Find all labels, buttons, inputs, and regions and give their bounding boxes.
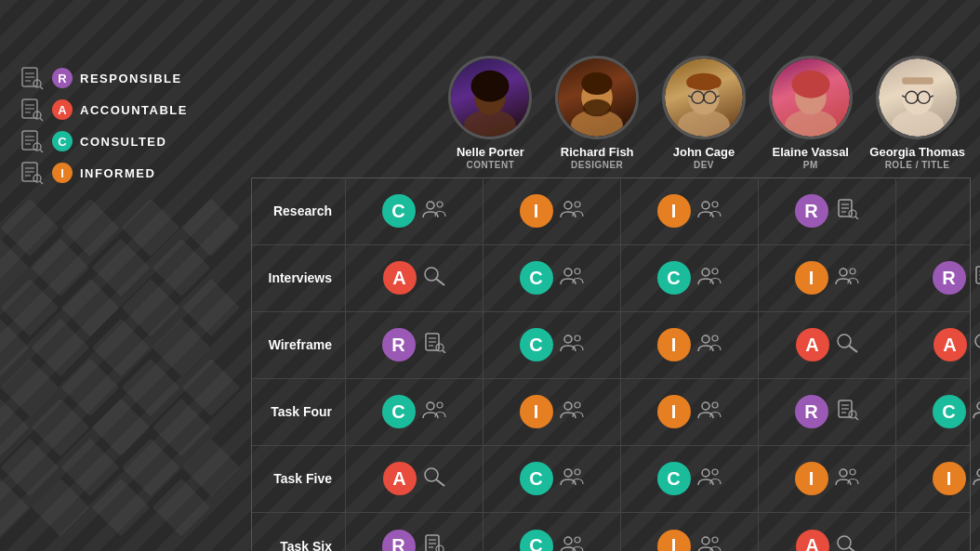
cell-2-3: A bbox=[758, 311, 895, 378]
cell-1-0: A bbox=[345, 244, 483, 311]
task-grid: ResearchC I I R InterviewsA C C I bbox=[251, 177, 971, 551]
cell-icon-5-2 bbox=[696, 534, 722, 551]
task-label-2: Wireframe bbox=[252, 337, 345, 352]
cell-0-2: I bbox=[620, 177, 758, 244]
cell-3-2: I bbox=[620, 378, 758, 445]
raci-circle-4-2: C bbox=[657, 462, 691, 495]
raci-circle-4-1: C bbox=[520, 462, 553, 495]
main-content: R RESPONSIBLE A ACCOUNTABLE C CONSULTED … bbox=[0, 0, 980, 551]
raci-circle-1-2: C bbox=[657, 261, 691, 295]
svg-point-99 bbox=[702, 269, 709, 276]
svg-point-128 bbox=[712, 402, 718, 408]
avatar-nelle bbox=[448, 56, 532, 139]
svg-point-100 bbox=[712, 269, 718, 274]
cell-icon-3-3 bbox=[834, 400, 860, 424]
legend-circle-consulted: C bbox=[52, 131, 73, 151]
cell-icon-1-0 bbox=[422, 266, 446, 290]
avatar-elaine bbox=[769, 56, 853, 139]
svg-point-62 bbox=[583, 99, 611, 117]
person-col-richard: Richard Fish DESIGNER bbox=[544, 56, 651, 177]
task-row-1: InterviewsA C C I R bbox=[252, 245, 970, 312]
raci-circle-5-2: I bbox=[657, 530, 691, 551]
svg-line-43 bbox=[40, 118, 43, 121]
cell-icon-3-1 bbox=[559, 400, 585, 424]
cell-icon-3-0 bbox=[421, 400, 447, 424]
raci-circle-0-3: R bbox=[795, 194, 828, 228]
svg-point-142 bbox=[712, 469, 718, 475]
svg-point-102 bbox=[850, 269, 855, 274]
raci-circle-2-3: A bbox=[796, 328, 829, 361]
legend-item-responsible: R RESPONSIBLE bbox=[19, 65, 188, 91]
task-row-4: Task FiveA C C I I bbox=[252, 446, 970, 513]
cell-icon-3-2 bbox=[696, 400, 722, 424]
person-name-john: John Cage bbox=[673, 145, 735, 160]
raci-circle-1-1: C bbox=[520, 261, 553, 295]
task-label-1: Interviews bbox=[252, 270, 345, 285]
cell-icon-4-1 bbox=[559, 466, 585, 491]
cell-icon-2-0 bbox=[421, 333, 447, 357]
raci-circle-3-3: R bbox=[795, 395, 828, 428]
legend-item-informed: I INFORMED bbox=[19, 160, 188, 186]
cell-icon-5-3 bbox=[835, 534, 859, 551]
task-label-0: Research bbox=[252, 203, 345, 218]
cell-0-0: C bbox=[345, 177, 483, 244]
svg-point-145 bbox=[977, 469, 981, 477]
person-col-nelle: Nelle Porter CONTENT bbox=[437, 56, 544, 177]
cell-icon-2-1 bbox=[559, 333, 585, 357]
raci-circle-0-2: I bbox=[657, 194, 691, 228]
cell-0-3: R bbox=[758, 177, 895, 244]
cell-3-1: I bbox=[483, 378, 620, 445]
cell-icon-4-3 bbox=[834, 466, 860, 491]
svg-point-155 bbox=[702, 537, 709, 544]
legend-circle-informed: I bbox=[52, 163, 73, 183]
cell-5-0: R bbox=[345, 513, 483, 551]
cell-1-4: R bbox=[895, 244, 980, 311]
cell-5-1: C bbox=[483, 513, 620, 551]
person-col-elaine: Elaine Vassal PM bbox=[757, 56, 864, 177]
svg-point-117 bbox=[702, 335, 709, 343]
cell-4-4: I bbox=[895, 445, 980, 512]
person-name-elaine: Elaine Vassal bbox=[773, 145, 849, 160]
svg-line-49 bbox=[40, 150, 43, 152]
svg-point-126 bbox=[575, 402, 580, 408]
svg-point-66 bbox=[686, 73, 721, 91]
svg-point-61 bbox=[581, 72, 613, 95]
task-row-3: Task FourC I I R C bbox=[252, 379, 970, 446]
svg-line-120 bbox=[849, 346, 857, 352]
svg-point-133 bbox=[849, 411, 856, 418]
legend-label-informed: INFORMED bbox=[80, 166, 155, 180]
raci-circle-1-3: I bbox=[795, 261, 828, 295]
raci-circle-1-4: R bbox=[933, 261, 966, 295]
cell-5-2: I bbox=[620, 513, 758, 551]
cell-icon-2-3 bbox=[835, 333, 859, 357]
cell-icon-4-4 bbox=[972, 466, 981, 491]
cell-4-0: A bbox=[345, 445, 483, 512]
cell-icon-2-2 bbox=[696, 333, 722, 357]
svg-point-154 bbox=[575, 537, 580, 543]
svg-point-125 bbox=[564, 402, 572, 410]
cell-icon-1-3 bbox=[834, 266, 860, 290]
svg-point-119 bbox=[838, 335, 851, 348]
cell-3-3: R bbox=[758, 378, 895, 445]
cell-2-0: R bbox=[345, 311, 483, 378]
svg-point-74 bbox=[791, 71, 829, 98]
cell-icon-0-1 bbox=[559, 199, 585, 223]
raci-circle-3-4: C bbox=[933, 395, 966, 428]
person-name-nelle: Nelle Porter bbox=[457, 145, 524, 160]
cell-icon-4-0 bbox=[422, 466, 446, 491]
cell-icon-0-0 bbox=[421, 199, 447, 223]
raci-circle-4-4: I bbox=[933, 462, 966, 495]
cell-icon-3-4 bbox=[972, 400, 981, 424]
task-row-0: ResearchC I I R bbox=[252, 178, 970, 245]
cell-4-3: I bbox=[758, 445, 895, 512]
person-role-richard: DESIGNER bbox=[571, 160, 623, 170]
cell-2-4: A bbox=[895, 311, 980, 378]
raci-circle-2-1: C bbox=[520, 328, 553, 361]
svg-point-124 bbox=[437, 402, 443, 408]
svg-point-143 bbox=[840, 469, 847, 477]
svg-line-138 bbox=[436, 479, 444, 486]
raci-circle-5-3: A bbox=[796, 530, 829, 551]
legend-doc-icon-informed bbox=[19, 160, 45, 186]
cell-icon-1-1 bbox=[559, 266, 585, 290]
raci-circle-2-4: A bbox=[934, 328, 967, 361]
